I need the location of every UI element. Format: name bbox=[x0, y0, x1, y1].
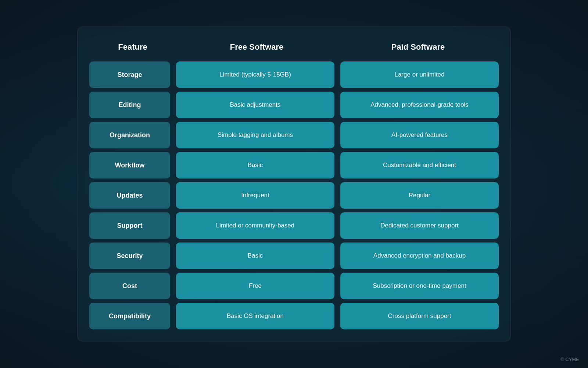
feature-label-1: Editing bbox=[119, 101, 141, 109]
paid-value-8: Cross platform support bbox=[388, 312, 451, 320]
free-cell-0: Limited (typically 5-15GB) bbox=[176, 61, 334, 88]
free-cell-5: Limited or community-based bbox=[176, 212, 334, 239]
table-row: Support Limited or community-based Dedic… bbox=[89, 212, 499, 239]
free-cell-2: Simple tagging and albums bbox=[176, 122, 334, 148]
free-cell-8: Basic OS integration bbox=[176, 303, 334, 329]
table-row: Cost Free Subscription or one-time payme… bbox=[89, 273, 499, 299]
paid-cell-1: Advanced, professional-grade tools bbox=[340, 92, 499, 118]
feature-label-0: Storage bbox=[117, 71, 142, 79]
table-body: Storage Limited (typically 5-15GB) Large… bbox=[89, 61, 499, 329]
free-value-8: Basic OS integration bbox=[227, 312, 284, 320]
feature-cell-7: Cost bbox=[89, 273, 170, 299]
paid-value-5: Dedicated customer support bbox=[380, 222, 459, 229]
feature-column-header: Feature bbox=[92, 39, 173, 56]
free-value-0: Limited (typically 5-15GB) bbox=[219, 71, 291, 78]
table-row: Workflow Basic Customizable and efficien… bbox=[89, 152, 499, 178]
paid-value-3: Customizable and efficient bbox=[383, 162, 456, 169]
paid-cell-8: Cross platform support bbox=[340, 303, 499, 329]
feature-cell-4: Updates bbox=[89, 182, 170, 209]
paid-value-1: Advanced, professional-grade tools bbox=[370, 101, 469, 109]
free-cell-4: Infrequent bbox=[176, 182, 334, 209]
comparison-table: Feature Free Software Paid Software Stor… bbox=[77, 26, 511, 342]
free-column-header: Free Software bbox=[179, 39, 334, 56]
paid-cell-6: Advanced encryption and backup bbox=[340, 243, 499, 269]
paid-cell-0: Large or unlimited bbox=[340, 61, 499, 88]
paid-cell-3: Customizable and efficient bbox=[340, 152, 499, 178]
free-value-6: Basic bbox=[248, 252, 263, 259]
feature-cell-2: Organization bbox=[89, 122, 170, 148]
free-value-7: Free bbox=[249, 282, 262, 290]
free-cell-3: Basic bbox=[176, 152, 334, 178]
free-value-4: Infrequent bbox=[241, 192, 269, 199]
feature-cell-6: Security bbox=[89, 243, 170, 269]
free-value-2: Simple tagging and albums bbox=[218, 131, 293, 139]
table-row: Security Basic Advanced encryption and b… bbox=[89, 243, 499, 269]
feature-cell-0: Storage bbox=[89, 61, 170, 88]
paid-value-6: Advanced encryption and backup bbox=[373, 252, 466, 259]
paid-value-2: AI-powered features bbox=[391, 131, 448, 139]
copyright-text: © CYME bbox=[560, 357, 579, 362]
feature-label-6: Security bbox=[116, 252, 143, 260]
free-value-3: Basic bbox=[248, 162, 263, 169]
feature-label-2: Organization bbox=[110, 131, 150, 139]
paid-value-4: Regular bbox=[409, 192, 431, 199]
paid-cell-5: Dedicated customer support bbox=[340, 212, 499, 239]
table-header: Feature Free Software Paid Software bbox=[89, 39, 499, 56]
paid-value-0: Large or unlimited bbox=[394, 71, 444, 78]
feature-label-8: Compatibility bbox=[109, 312, 151, 320]
table-row: Updates Infrequent Regular bbox=[89, 182, 499, 209]
paid-column-header: Paid Software bbox=[340, 39, 496, 56]
table-row: Organization Simple tagging and albums A… bbox=[89, 122, 499, 148]
free-value-1: Basic adjustments bbox=[230, 101, 281, 109]
feature-cell-8: Compatibility bbox=[89, 303, 170, 329]
feature-cell-5: Support bbox=[89, 212, 170, 239]
table-row: Editing Basic adjustments Advanced, prof… bbox=[89, 92, 499, 118]
paid-value-7: Subscription or one-time payment bbox=[373, 282, 466, 290]
table-row: Compatibility Basic OS integration Cross… bbox=[89, 303, 499, 329]
paid-cell-7: Subscription or one-time payment bbox=[340, 273, 499, 299]
paid-cell-2: AI-powered features bbox=[340, 122, 499, 148]
feature-label-4: Updates bbox=[116, 192, 143, 199]
feature-label-7: Cost bbox=[122, 282, 137, 290]
free-cell-1: Basic adjustments bbox=[176, 92, 334, 118]
free-cell-7: Free bbox=[176, 273, 334, 299]
free-cell-6: Basic bbox=[176, 243, 334, 269]
free-value-5: Limited or community-based bbox=[216, 222, 295, 229]
table-row: Storage Limited (typically 5-15GB) Large… bbox=[89, 61, 499, 88]
feature-label-3: Workflow bbox=[115, 162, 145, 169]
feature-label-5: Support bbox=[117, 222, 143, 230]
feature-cell-3: Workflow bbox=[89, 152, 170, 178]
paid-cell-4: Regular bbox=[340, 182, 499, 209]
feature-cell-1: Editing bbox=[89, 92, 170, 118]
